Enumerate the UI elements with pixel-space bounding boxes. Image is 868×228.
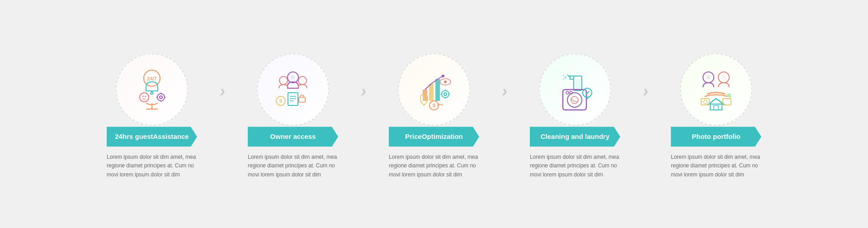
- svg-point-3: [151, 92, 153, 95]
- svg-rect-61: [714, 105, 718, 110]
- svg-point-63: [703, 100, 707, 104]
- item-price: $ Price Optimization Lorem ipsum dolor s…: [362, 49, 506, 179]
- circle-photo: [675, 49, 757, 130]
- svg-point-4: [140, 93, 149, 102]
- svg-point-7: [157, 94, 165, 101]
- desc-assistance: Lorem ipsum dolor sit dim amet, mea regi…: [102, 153, 202, 179]
- item-assistance: 24/7: [80, 49, 224, 179]
- svg-point-33: [444, 93, 447, 95]
- label-photo: Photo portfolio: [671, 127, 761, 147]
- desc-photo: Lorem ipsum dolor sit dim amet, mea regi…: [666, 153, 766, 179]
- circle-assistance: 24/7: [111, 49, 193, 130]
- svg-point-44: [563, 75, 565, 76]
- svg-point-31: [444, 81, 447, 83]
- svg-rect-19: [288, 93, 298, 105]
- infographic-container: 24/7: [0, 40, 868, 188]
- item-photo: Photo portfolio Lorem ipsum dolor sit di…: [644, 49, 788, 179]
- label-price: Price Optimization: [389, 127, 479, 147]
- desc-owner: Lorem ipsum dolor sit dim amet, mea regi…: [243, 153, 343, 179]
- svg-text:24/7: 24/7: [147, 76, 156, 81]
- svg-point-45: [563, 79, 565, 80]
- desc-price: Lorem ipsum dolor sit dim amet, mea regi…: [384, 153, 484, 179]
- svg-rect-46: [575, 81, 581, 89]
- label-assistance: 24hrs guest Assistance: [107, 127, 197, 147]
- svg-rect-23: [299, 97, 305, 102]
- svg-point-6: [145, 96, 146, 97]
- svg-rect-27: [429, 84, 434, 101]
- svg-point-38: [423, 97, 425, 100]
- svg-point-17: [279, 76, 288, 85]
- svg-rect-28: [435, 79, 440, 101]
- svg-point-50: [566, 91, 569, 94]
- svg-point-5: [142, 96, 144, 97]
- circle-price: $: [393, 49, 475, 130]
- item-cleaning: Cleaning and laundry Lorem ipsum dolor s…: [503, 49, 647, 179]
- svg-point-18: [298, 76, 307, 85]
- svg-point-43: [565, 76, 566, 78]
- svg-point-48: [567, 93, 582, 107]
- svg-point-29: [442, 75, 444, 77]
- svg-text:$: $: [433, 103, 435, 108]
- svg-point-16: [291, 75, 295, 80]
- circle-cleaning: [534, 49, 616, 130]
- svg-point-8: [160, 96, 162, 99]
- svg-point-32: [442, 90, 449, 98]
- label-cleaning: Cleaning and laundry: [530, 127, 620, 147]
- circle-owner: $: [252, 49, 334, 130]
- svg-point-58: [722, 75, 726, 80]
- item-owner: $ Owner access Lorem ipsum dolor sit dim…: [221, 49, 365, 179]
- svg-text:$: $: [279, 98, 282, 104]
- label-owner: Owner access: [248, 127, 338, 147]
- svg-line-54: [587, 96, 589, 99]
- desc-cleaning: Lorem ipsum dolor sit dim amet, mea regi…: [525, 153, 625, 179]
- svg-point-56: [706, 75, 711, 80]
